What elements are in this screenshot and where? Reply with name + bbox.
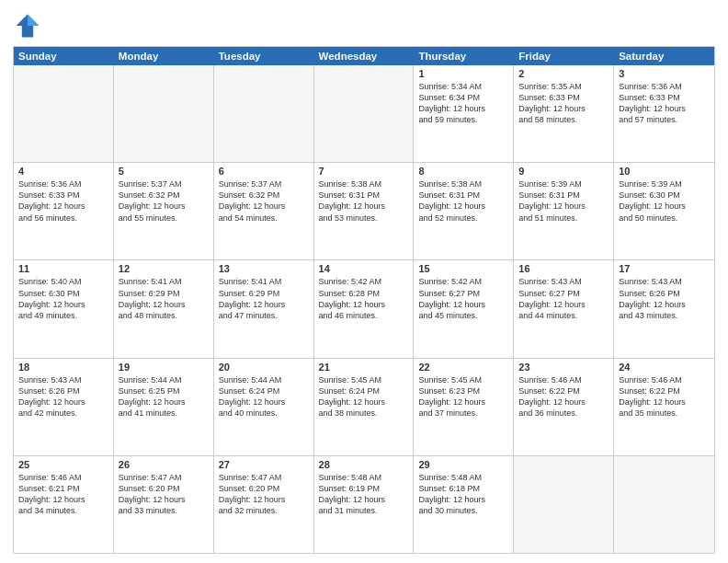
logo	[13, 13, 44, 42]
day-info: Sunrise: 5:45 AM Sunset: 6:24 PM Dayligh…	[319, 374, 409, 419]
day-number: 15	[418, 263, 508, 274]
day-number: 25	[18, 459, 108, 470]
day-number: 3	[619, 68, 710, 79]
day-cell-13: 13Sunrise: 5:41 AM Sunset: 6:29 PM Dayli…	[214, 260, 314, 357]
day-number: 11	[18, 263, 108, 274]
day-cell-21: 21Sunrise: 5:45 AM Sunset: 6:24 PM Dayli…	[314, 359, 415, 455]
day-cell-23: 23Sunrise: 5:46 AM Sunset: 6:22 PM Dayli…	[514, 359, 614, 455]
day-info: Sunrise: 5:36 AM Sunset: 6:33 PM Dayligh…	[619, 81, 710, 126]
day-info: Sunrise: 5:47 AM Sunset: 6:20 PM Dayligh…	[119, 472, 209, 517]
day-number: 21	[319, 362, 409, 373]
day-number: 10	[619, 166, 710, 177]
day-cell-4: 4Sunrise: 5:36 AM Sunset: 6:33 PM Daylig…	[14, 163, 114, 259]
logo-icon	[15, 13, 40, 39]
day-number: 8	[418, 166, 508, 177]
header-day-sunday: Sunday	[14, 47, 114, 65]
day-number: 22	[418, 362, 508, 373]
empty-cell	[114, 65, 214, 162]
day-number: 28	[319, 459, 409, 470]
day-number: 24	[619, 362, 710, 373]
day-info: Sunrise: 5:48 AM Sunset: 6:19 PM Dayligh…	[319, 472, 409, 517]
day-info: Sunrise: 5:43 AM Sunset: 6:26 PM Dayligh…	[619, 276, 710, 321]
calendar: SundayMondayTuesdayWednesdayThursdayFrid…	[13, 46, 715, 554]
day-number: 27	[219, 459, 309, 470]
day-number: 19	[119, 362, 209, 373]
day-info: Sunrise: 5:46 AM Sunset: 6:22 PM Dayligh…	[518, 374, 609, 419]
day-number: 7	[319, 166, 409, 177]
day-number: 20	[219, 362, 309, 373]
calendar-body: 1Sunrise: 5:34 AM Sunset: 6:34 PM Daylig…	[14, 65, 714, 553]
day-number: 23	[518, 362, 609, 373]
day-number: 6	[219, 166, 309, 177]
day-number: 4	[18, 166, 108, 177]
day-cell-29: 29Sunrise: 5:48 AM Sunset: 6:18 PM Dayli…	[414, 456, 514, 553]
day-info: Sunrise: 5:36 AM Sunset: 6:33 PM Dayligh…	[18, 178, 108, 224]
day-cell-6: 6Sunrise: 5:37 AM Sunset: 6:32 PM Daylig…	[214, 163, 314, 259]
day-number: 12	[119, 263, 209, 274]
day-info: Sunrise: 5:39 AM Sunset: 6:31 PM Dayligh…	[518, 178, 609, 224]
day-cell-15: 15Sunrise: 5:42 AM Sunset: 6:27 PM Dayli…	[414, 260, 514, 357]
day-info: Sunrise: 5:38 AM Sunset: 6:31 PM Dayligh…	[418, 178, 508, 224]
day-cell-18: 18Sunrise: 5:43 AM Sunset: 6:26 PM Dayli…	[14, 359, 114, 455]
day-cell-20: 20Sunrise: 5:44 AM Sunset: 6:24 PM Dayli…	[214, 359, 314, 455]
calendar-row-2: 11Sunrise: 5:40 AM Sunset: 6:30 PM Dayli…	[14, 260, 714, 358]
header-day-monday: Monday	[114, 47, 214, 65]
day-cell-19: 19Sunrise: 5:44 AM Sunset: 6:25 PM Dayli…	[114, 359, 214, 455]
empty-cell	[314, 65, 415, 162]
day-cell-2: 2Sunrise: 5:35 AM Sunset: 6:33 PM Daylig…	[514, 65, 614, 162]
day-info: Sunrise: 5:43 AM Sunset: 6:27 PM Dayligh…	[518, 276, 609, 321]
day-cell-1: 1Sunrise: 5:34 AM Sunset: 6:34 PM Daylig…	[414, 65, 514, 162]
empty-cell	[614, 456, 714, 553]
day-number: 1	[418, 68, 508, 79]
header-day-tuesday: Tuesday	[214, 47, 314, 65]
day-info: Sunrise: 5:44 AM Sunset: 6:24 PM Dayligh…	[219, 374, 309, 419]
day-number: 13	[219, 263, 309, 274]
empty-cell	[214, 65, 314, 162]
day-info: Sunrise: 5:46 AM Sunset: 6:22 PM Dayligh…	[619, 374, 710, 419]
day-cell-24: 24Sunrise: 5:46 AM Sunset: 6:22 PM Dayli…	[614, 359, 714, 455]
day-cell-10: 10Sunrise: 5:39 AM Sunset: 6:30 PM Dayli…	[614, 163, 714, 259]
header	[13, 9, 715, 42]
day-info: Sunrise: 5:34 AM Sunset: 6:34 PM Dayligh…	[418, 81, 508, 126]
day-info: Sunrise: 5:42 AM Sunset: 6:27 PM Dayligh…	[418, 276, 508, 321]
day-cell-5: 5Sunrise: 5:37 AM Sunset: 6:32 PM Daylig…	[114, 163, 214, 259]
day-cell-3: 3Sunrise: 5:36 AM Sunset: 6:33 PM Daylig…	[614, 65, 714, 162]
day-info: Sunrise: 5:38 AM Sunset: 6:31 PM Dayligh…	[319, 178, 409, 224]
day-number: 2	[518, 68, 609, 79]
day-info: Sunrise: 5:37 AM Sunset: 6:32 PM Dayligh…	[219, 178, 309, 224]
day-number: 17	[619, 263, 710, 274]
day-info: Sunrise: 5:41 AM Sunset: 6:29 PM Dayligh…	[219, 276, 309, 321]
day-cell-27: 27Sunrise: 5:47 AM Sunset: 6:20 PM Dayli…	[214, 456, 314, 553]
header-day-thursday: Thursday	[414, 47, 514, 65]
day-info: Sunrise: 5:40 AM Sunset: 6:30 PM Dayligh…	[18, 276, 108, 321]
day-info: Sunrise: 5:35 AM Sunset: 6:33 PM Dayligh…	[518, 81, 609, 126]
svg-marker-1	[28, 15, 39, 26]
calendar-row-0: 1Sunrise: 5:34 AM Sunset: 6:34 PM Daylig…	[14, 65, 714, 163]
day-cell-22: 22Sunrise: 5:45 AM Sunset: 6:23 PM Dayli…	[414, 359, 514, 455]
empty-cell	[514, 456, 614, 553]
day-cell-17: 17Sunrise: 5:43 AM Sunset: 6:26 PM Dayli…	[614, 260, 714, 357]
header-day-saturday: Saturday	[614, 47, 714, 65]
day-cell-26: 26Sunrise: 5:47 AM Sunset: 6:20 PM Dayli…	[114, 456, 214, 553]
calendar-row-1: 4Sunrise: 5:36 AM Sunset: 6:33 PM Daylig…	[14, 163, 714, 260]
empty-cell	[14, 65, 114, 162]
day-number: 29	[418, 459, 508, 470]
day-info: Sunrise: 5:41 AM Sunset: 6:29 PM Dayligh…	[119, 276, 209, 321]
day-number: 5	[119, 166, 209, 177]
day-number: 14	[319, 263, 409, 274]
calendar-row-4: 25Sunrise: 5:46 AM Sunset: 6:21 PM Dayli…	[14, 456, 714, 553]
header-day-friday: Friday	[514, 47, 614, 65]
day-cell-12: 12Sunrise: 5:41 AM Sunset: 6:29 PM Dayli…	[114, 260, 214, 357]
day-info: Sunrise: 5:45 AM Sunset: 6:23 PM Dayligh…	[418, 374, 508, 419]
day-number: 16	[518, 263, 609, 274]
day-info: Sunrise: 5:46 AM Sunset: 6:21 PM Dayligh…	[18, 472, 108, 517]
day-number: 18	[18, 362, 108, 373]
day-info: Sunrise: 5:47 AM Sunset: 6:20 PM Dayligh…	[219, 472, 309, 517]
day-info: Sunrise: 5:37 AM Sunset: 6:32 PM Dayligh…	[119, 178, 209, 224]
day-info: Sunrise: 5:48 AM Sunset: 6:18 PM Dayligh…	[418, 472, 508, 517]
day-info: Sunrise: 5:42 AM Sunset: 6:28 PM Dayligh…	[319, 276, 409, 321]
day-cell-25: 25Sunrise: 5:46 AM Sunset: 6:21 PM Dayli…	[14, 456, 114, 553]
day-cell-14: 14Sunrise: 5:42 AM Sunset: 6:28 PM Dayli…	[314, 260, 415, 357]
header-day-wednesday: Wednesday	[314, 47, 415, 65]
day-cell-9: 9Sunrise: 5:39 AM Sunset: 6:31 PM Daylig…	[514, 163, 614, 259]
